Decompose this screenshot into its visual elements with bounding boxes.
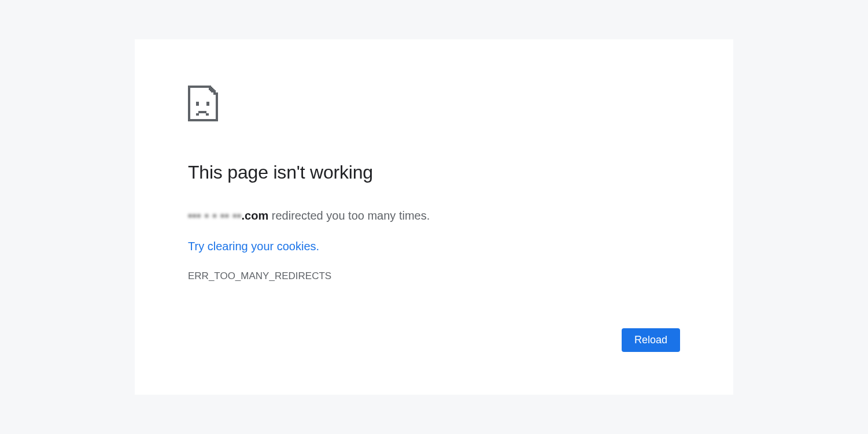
error-code: ERR_TOO_MANY_REDIRECTS (188, 270, 680, 282)
suggestion-row: Try clearing your cookies. (188, 240, 680, 253)
clear-cookies-link[interactable]: Try clearing your cookies (188, 240, 316, 253)
reload-button[interactable]: Reload (622, 328, 680, 352)
svg-rect-2 (196, 102, 199, 106)
suggestion-period: . (316, 240, 320, 253)
svg-rect-6 (206, 113, 209, 116)
error-heading: This page isn't working (188, 162, 680, 183)
error-message: ▪▪▪ ▪ ▪ ▪▪ ▪▪.com redirected you too man… (188, 207, 680, 224)
svg-rect-5 (196, 113, 199, 116)
domain-obscured: ▪▪▪ ▪ ▪ ▪▪ ▪▪ (188, 207, 242, 224)
svg-rect-1 (210, 89, 215, 91)
svg-rect-4 (198, 111, 206, 113)
error-card: This page isn't working ▪▪▪ ▪ ▪ ▪▪ ▪▪.co… (135, 39, 733, 395)
sad-page-icon (188, 86, 218, 121)
domain-suffix: .com (242, 209, 269, 222)
message-suffix: redirected you too many times. (268, 209, 430, 222)
svg-rect-3 (206, 102, 209, 106)
